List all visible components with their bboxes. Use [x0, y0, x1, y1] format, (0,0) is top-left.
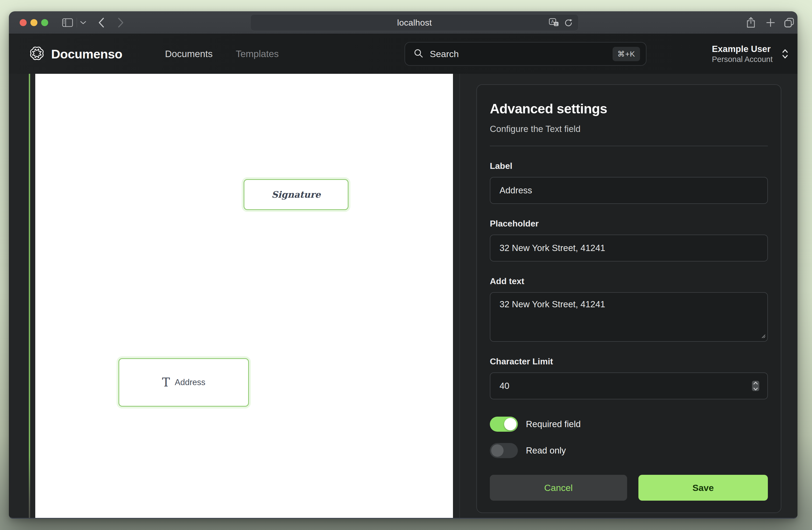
read-only-toggle[interactable] — [490, 443, 518, 458]
placeholder-input[interactable] — [490, 235, 768, 262]
label-input[interactable] — [490, 177, 768, 204]
character-limit-input[interactable] — [490, 373, 768, 400]
cancel-button[interactable]: Cancel — [490, 475, 627, 501]
chevron-up-down-icon[interactable] — [780, 48, 790, 61]
placeholder-field-label: Placeholder — [490, 219, 768, 229]
brand-name: Documenso — [51, 46, 122, 61]
signature-field-label: Signature — [272, 189, 321, 200]
browser-window: localhost A 文 — [9, 11, 797, 519]
documenso-logo-icon — [29, 45, 45, 62]
svg-text:A: A — [551, 19, 554, 24]
toggle-knob — [504, 418, 517, 430]
translate-icon[interactable]: A 文 — [549, 15, 560, 31]
url-text: localhost — [397, 18, 432, 28]
sidebar-toggle-icon[interactable] — [62, 11, 73, 34]
text-field-type-icon: T — [162, 376, 170, 388]
textarea-resize-handle[interactable] — [761, 334, 766, 339]
svg-text:文: 文 — [555, 22, 558, 26]
panel-subtitle: Configure the Text field — [490, 124, 768, 135]
zoom-window-button[interactable] — [41, 19, 48, 26]
url-bar[interactable]: localhost A 文 — [250, 14, 579, 31]
chrome-separator — [77, 18, 77, 27]
nav-item-documents[interactable]: Documents — [165, 34, 213, 74]
signature-field[interactable]: Signature — [244, 179, 349, 210]
required-field-label: Required field — [526, 419, 581, 429]
forward-icon[interactable] — [115, 11, 127, 34]
user-account-type: Personal Account — [712, 54, 773, 64]
search-shortcut-badge: ⌘+K — [612, 47, 640, 61]
main-content: Signature T Address Advanced settings Co… — [9, 74, 797, 518]
add-text-field-label: Add text — [490, 276, 768, 286]
add-text-textarea[interactable]: 32 New York Street, 41241 — [490, 292, 768, 342]
brand[interactable]: Documenso — [29, 34, 122, 74]
browser-chrome: localhost A 文 — [9, 11, 797, 34]
user-name: Example User — [712, 44, 773, 54]
close-window-button[interactable] — [20, 19, 27, 26]
character-limit-field-label: Character Limit — [490, 356, 768, 366]
save-button[interactable]: Save — [638, 475, 768, 501]
content-divider — [460, 74, 460, 518]
required-field-toggle[interactable] — [490, 417, 518, 432]
stepper-down-icon — [753, 388, 758, 390]
search-input[interactable]: Search ⌘+K — [405, 42, 647, 66]
search-icon — [414, 48, 423, 59]
label-field-label: Label — [490, 161, 768, 171]
new-tab-icon[interactable] — [765, 11, 777, 34]
stepper-up-icon — [753, 381, 758, 385]
app-navbar: Documenso Documents Templates Search ⌘+K… — [9, 34, 797, 74]
toggle-knob — [491, 444, 504, 457]
desktop-background: localhost A 文 — [0, 0, 812, 530]
number-stepper[interactable] — [752, 381, 759, 391]
back-icon[interactable] — [96, 11, 107, 34]
tab-overview-icon[interactable] — [783, 11, 795, 34]
minimize-window-button[interactable] — [30, 19, 38, 26]
text-field-address[interactable]: T Address — [118, 358, 249, 407]
nav-item-templates[interactable]: Templates — [236, 34, 279, 74]
advanced-settings-panel: Advanced settings Configure the Text fie… — [476, 84, 781, 513]
panel-title: Advanced settings — [490, 101, 768, 116]
text-field-label: Address — [175, 378, 205, 387]
panel-divider — [490, 146, 768, 146]
user-menu[interactable]: Example User Personal Account — [712, 42, 773, 66]
read-only-label: Read only — [526, 445, 566, 456]
share-icon[interactable] — [745, 11, 757, 34]
reload-icon[interactable] — [564, 15, 573, 31]
chevron-down-icon[interactable] — [78, 11, 88, 34]
document-page: Signature T Address — [35, 74, 453, 518]
document-accent-rail — [29, 74, 30, 518]
search-placeholder: Search — [430, 49, 612, 59]
